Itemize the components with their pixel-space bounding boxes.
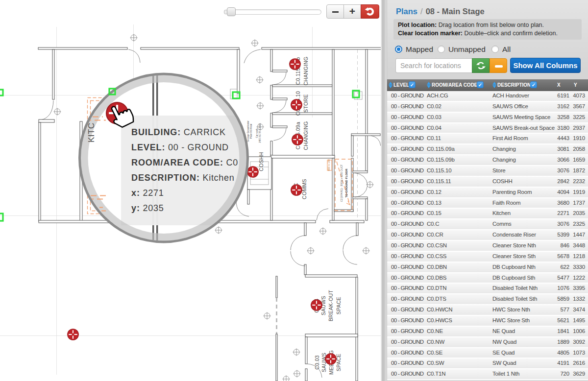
svg-text:Car wash: Car wash <box>256 128 258 138</box>
svg-text:SAUWS: SAUWS <box>321 353 327 372</box>
svg-text:y: 2035: y: 2035 <box>131 203 164 213</box>
svg-text:LEVEL: 00 - GROUND: LEVEL: 00 - GROUND <box>131 143 229 152</box>
svg-text:SPACE: SPACE <box>336 354 342 371</box>
svg-text:SPACE: SPACE <box>336 297 342 314</box>
svg-text:TO GROUND FLOOR: TO GROUND FLOOR <box>345 168 348 198</box>
svg-text:Plant OS Metal: Plant OS Metal <box>250 124 252 139</box>
svg-text:x: 2271: x: 2271 <box>131 188 164 198</box>
svg-text:Sewage Groundwater: Sewage Groundwater <box>247 120 249 142</box>
svg-text:1460 X1735 X 2000: 1460 X1735 X 2000 <box>259 123 261 143</box>
svg-text:COSHH: COSHH <box>258 152 264 171</box>
svg-text:BREAK-OUT: BREAK-OUT <box>328 290 334 321</box>
svg-text:BUILDING: CARRICK: BUILDING: CARRICK <box>131 127 226 137</box>
svg-text:ROOM/AREA CODE: C0: ROOM/AREA CODE: C0 <box>131 158 238 167</box>
svg-text:STORE: STORE <box>303 94 309 112</box>
svg-text:C2 [SPARE] - 300W x 1200 DUCT: C2 [SPARE] - 300W x 1200 DUCT <box>340 165 343 202</box>
svg-text:CHANGING: CHANGING <box>303 121 309 150</box>
svg-text:COMMS: COMMS <box>301 179 307 199</box>
svg-text:DESCRIPTION: Kitchen: DESCRIPTION: Kitchen <box>131 173 234 183</box>
svg-text:C0.03: C0.03 <box>314 355 320 370</box>
svg-text:CHANGING: CHANGING <box>303 57 309 86</box>
svg-text:KITC: KITC <box>87 122 96 143</box>
svg-text:650 x 150: 650 x 150 <box>327 159 330 171</box>
